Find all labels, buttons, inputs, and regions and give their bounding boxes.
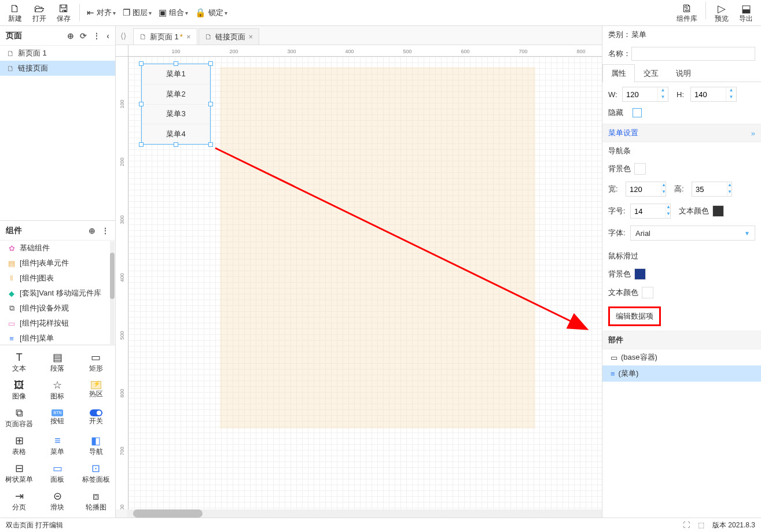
- component-矩形[interactable]: ▭矩形: [77, 348, 115, 376]
- group-dropdown[interactable]: ▣组合▾: [155, 8, 192, 18]
- spin-up-icon[interactable]: ▲: [658, 87, 668, 94]
- component-表格[interactable]: ⊞表格: [0, 431, 38, 459]
- component-文本[interactable]: T文本: [0, 348, 38, 376]
- component-library-item[interactable]: ⫴[组件]图表: [0, 271, 115, 286]
- component-树状菜单[interactable]: ⊟树状菜单: [0, 459, 38, 487]
- menu-item[interactable]: 菜单2: [142, 84, 210, 105]
- layer-icon: ❐: [123, 8, 130, 18]
- component-导航[interactable]: ◧导航: [77, 431, 115, 459]
- tabs-scroll-icon[interactable]: ⟨⟩: [120, 31, 126, 40]
- close-tab-icon[interactable]: ×: [249, 32, 253, 41]
- component-icon: 🖼: [14, 379, 24, 391]
- tab-description[interactable]: 说明: [667, 64, 700, 82]
- component-面板[interactable]: ▭面板: [38, 459, 76, 487]
- resize-handle[interactable]: [174, 142, 178, 147]
- version-label: 版本 2021.8.3: [712, 520, 755, 530]
- add-page-icon[interactable]: ⊕: [67, 31, 74, 40]
- component-轮播图[interactable]: ⧈轮播图: [77, 487, 115, 515]
- font-select[interactable]: Arial▼: [630, 226, 755, 241]
- resize-handle[interactable]: [208, 142, 213, 147]
- resize-handle[interactable]: [174, 61, 178, 66]
- layer-dropdown[interactable]: ❐图层▾: [119, 8, 155, 18]
- selected-menu-widget[interactable]: 菜单1菜单2菜单3菜单4: [141, 64, 211, 145]
- hide-checkbox[interactable]: [633, 108, 642, 117]
- width-label: W:: [608, 90, 622, 99]
- lock-dropdown[interactable]: 🔒锁定▾: [192, 8, 231, 18]
- align-dropdown[interactable]: ⇤对齐▾: [83, 8, 119, 18]
- scrollbar-horizontal[interactable]: [127, 509, 602, 518]
- component-按钮[interactable]: BTN按钮: [38, 404, 76, 431]
- menu-item[interactable]: 菜单1: [142, 64, 210, 84]
- text-color-swatch[interactable]: [712, 205, 724, 217]
- component-icon: ⇥: [15, 490, 24, 503]
- nav-width-input[interactable]: ▲▼: [626, 182, 666, 197]
- component-library-item[interactable]: ▤[组件]表单元件: [0, 256, 115, 271]
- name-input[interactable]: [631, 47, 755, 61]
- library-button[interactable]: 🖻组件库: [672, 2, 702, 24]
- components-panel-head: 组件 ⊕ ⋮: [0, 221, 115, 241]
- component-开关[interactable]: 开关: [77, 404, 115, 431]
- ruler-corner: [116, 45, 128, 57]
- height-input[interactable]: ▲▼: [690, 87, 737, 102]
- spin-down-icon[interactable]: ▼: [658, 94, 668, 101]
- spin-up-icon[interactable]: ▲: [726, 87, 736, 94]
- part-item[interactable]: ≡(菜单): [602, 365, 761, 382]
- component-图标[interactable]: ☆图标: [38, 376, 76, 404]
- preview-button[interactable]: ▷预览: [709, 2, 734, 24]
- more-icon[interactable]: ⋮: [93, 31, 101, 40]
- spin-down-icon[interactable]: ▼: [726, 94, 736, 101]
- component-菜单[interactable]: ≡菜单: [38, 431, 76, 459]
- resize-handle[interactable]: [139, 142, 144, 147]
- open-button[interactable]: 🗁打开: [27, 2, 52, 24]
- component-library-item[interactable]: ≡[组件]菜单: [0, 331, 115, 345]
- component-分页[interactable]: ⇥分页: [0, 487, 38, 515]
- component-图像[interactable]: 🖼图像: [0, 376, 38, 404]
- new-button[interactable]: 🗋新建: [3, 2, 27, 24]
- scrollbar[interactable]: [110, 241, 115, 344]
- page-item[interactable]: 🗋链接页面: [0, 61, 115, 76]
- edit-data-items-button[interactable]: 编辑数据项: [608, 306, 661, 326]
- cursor-icon[interactable]: ⬚: [698, 521, 704, 529]
- width-input[interactable]: ▲▼: [622, 87, 668, 102]
- resize-handle[interactable]: [139, 61, 144, 66]
- menu-settings-header[interactable]: 菜单设置»: [602, 124, 761, 142]
- export-button[interactable]: ⬓导出: [734, 2, 758, 24]
- component-library-item[interactable]: ✿基础组件: [0, 241, 115, 256]
- bg-color-swatch[interactable]: [634, 163, 646, 175]
- component-library-item[interactable]: ⧉[组件]设备外观: [0, 301, 115, 316]
- top-toolbar: 🗋新建 🗁打开 🖫保存 ⇤对齐▾ ❐图层▾ ▣组合▾ 🔒锁定▾ 🖻组件库 ▷预览…: [0, 0, 761, 26]
- page-item[interactable]: 🗋新页面 1: [0, 46, 115, 61]
- name-label: 名称：: [608, 49, 631, 59]
- component-页面容器[interactable]: ⧉页面容器: [0, 404, 38, 431]
- tab-properties[interactable]: 属性: [602, 64, 635, 82]
- more-icon[interactable]: ⋮: [101, 226, 109, 235]
- resize-handle[interactable]: [139, 102, 144, 106]
- fullscreen-icon[interactable]: ⛶: [683, 521, 690, 529]
- save-button[interactable]: 🖫保存: [52, 2, 76, 24]
- component-滑块[interactable]: ⊝滑块: [38, 487, 76, 515]
- component-标签面板[interactable]: ⊡标签面板: [77, 459, 115, 487]
- nav-height-input[interactable]: ▲▼: [692, 182, 732, 197]
- resize-handle[interactable]: [208, 102, 213, 106]
- component-icon: ▭: [91, 351, 101, 364]
- component-段落[interactable]: ▤段落: [38, 348, 76, 376]
- refresh-icon[interactable]: ⟳: [80, 31, 87, 40]
- tab-interaction[interactable]: 交互: [635, 64, 667, 82]
- component-library-item[interactable]: ◆[套装]Vant 移动端元件库: [0, 286, 115, 301]
- component-热区[interactable]: 热区: [77, 376, 115, 404]
- component-library-item[interactable]: ▭[组件]花样按钮: [0, 316, 115, 331]
- library-icon: ⫴: [7, 274, 16, 283]
- hover-bg-swatch[interactable]: [634, 268, 646, 280]
- hover-text-color-swatch[interactable]: [642, 287, 653, 298]
- document-tab[interactable]: 🗋新页面 1*×: [133, 28, 197, 45]
- collapse-icon[interactable]: ‹: [106, 31, 109, 40]
- menu-item[interactable]: 菜单4: [142, 124, 210, 144]
- menu-item[interactable]: 菜单3: [142, 105, 210, 125]
- canvas-stage[interactable]: 菜单1菜单2菜单3菜单4: [128, 57, 602, 509]
- font-size-input[interactable]: ▲▼: [630, 204, 671, 219]
- resize-handle[interactable]: [208, 61, 213, 66]
- part-item[interactable]: ▭(base容器): [602, 349, 761, 365]
- add-component-icon[interactable]: ⊕: [89, 226, 95, 235]
- close-tab-icon[interactable]: ×: [186, 32, 191, 41]
- document-tab[interactable]: 🗋链接页面×: [198, 28, 260, 45]
